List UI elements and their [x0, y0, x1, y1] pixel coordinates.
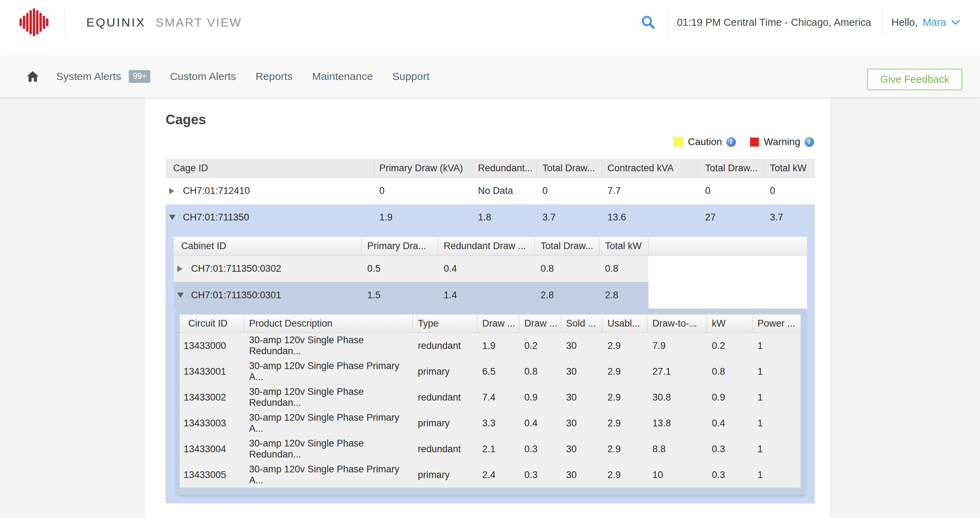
circuit-cell: 3.3: [477, 410, 519, 436]
nav-item-support[interactable]: Support: [392, 70, 430, 83]
nav-item-custom-alerts[interactable]: Custom Alerts: [170, 70, 236, 83]
column-header[interactable]: Usabl...: [603, 314, 648, 333]
circuit-cell: 0.9: [519, 385, 561, 410]
circuit-cell: 30: [561, 436, 603, 462]
cabinet-value-cell: 2.8: [535, 282, 599, 309]
column-header[interactable]: Circuit ID: [180, 314, 244, 333]
column-header[interactable]: Total Draw...: [537, 159, 602, 177]
search-icon[interactable]: [641, 15, 655, 29]
product-name: SMART VIEW: [156, 16, 242, 29]
cabinet-value-cell: 1.4: [438, 282, 535, 309]
circuit-cell: 30-amp 120v Single Phase Redundan...: [244, 436, 413, 462]
circuit-cell: 13433005: [180, 462, 244, 488]
page-title: Cages: [165, 112, 830, 128]
cage-id-cell: CH7:01:711350: [165, 204, 374, 230]
column-header[interactable]: Total Draw...: [535, 237, 599, 255]
circuit-cell: primary: [413, 410, 477, 436]
cabinet-value-cell: 0.8: [599, 255, 649, 282]
cabinet-row[interactable]: CH7:01:711350:0302 0.5 0.4 0.8 0.8: [174, 255, 649, 282]
top-header: EQUINIX SMART VIEW 01:19 PM Central Time…: [0, 0, 980, 56]
info-icon[interactable]: i: [726, 137, 736, 147]
cage-value-cell: 3.7: [764, 204, 815, 230]
circuit-row[interactable]: 13433001 30-amp 120v Single Phase Primar…: [180, 359, 801, 385]
circuit-cell: 30-amp 120v Single Phase Primary A...: [244, 359, 413, 384]
column-header[interactable]: Sold ...: [561, 314, 603, 333]
caret-right-icon[interactable]: [177, 266, 183, 272]
column-header-empty: [649, 237, 807, 255]
column-header[interactable]: Total kW: [599, 237, 649, 255]
column-header[interactable]: kW: [707, 314, 752, 333]
circuit-row[interactable]: 13433000 30-amp 120v Single Phase Redund…: [180, 333, 801, 359]
user-menu[interactable]: Mara: [923, 17, 946, 28]
column-header[interactable]: Power ...: [752, 314, 801, 333]
column-header[interactable]: Redundant...: [473, 159, 537, 177]
circuit-row[interactable]: 13433004 30-amp 120v Single Phase Redund…: [180, 436, 801, 462]
column-header[interactable]: Draw ...: [477, 314, 519, 333]
circuit-cell: 2.9: [603, 359, 648, 384]
circuit-cell: 0.3: [707, 436, 752, 462]
home-icon[interactable]: [27, 71, 38, 82]
column-header[interactable]: Total Draw...: [700, 159, 764, 177]
column-header[interactable]: Draw-to-...: [648, 314, 707, 333]
circuit-cell: 13433003: [180, 410, 244, 436]
column-header[interactable]: Cabinet ID: [174, 237, 361, 255]
circuit-cell: 10: [648, 462, 707, 488]
warning-label: Warning: [764, 136, 800, 148]
column-header[interactable]: Draw ...: [519, 314, 561, 333]
caret-down-icon[interactable]: [177, 293, 184, 298]
cage-row[interactable]: CH7:01:712410 0 No Data 0 7.7 0 0: [165, 178, 815, 204]
caret-down-icon[interactable]: [169, 215, 175, 220]
cabinet-table: Cabinet ID Primary Dra... Redundant Draw…: [174, 236, 807, 309]
give-feedback-button[interactable]: Give Feedback: [867, 69, 963, 90]
circuit-cell: 7.9: [648, 333, 707, 359]
cage-value-cell: 27: [700, 204, 764, 230]
expanded-cage-section: CH7:01:711350 1.9 1.8 3.7 13.6 27 3.7 Ca…: [165, 204, 815, 504]
caret-right-icon[interactable]: [169, 188, 174, 194]
cabinet-value-cell: 0.5: [361, 255, 438, 282]
nav-item-reports[interactable]: Reports: [255, 70, 293, 83]
circuit-cell: 8.8: [648, 436, 707, 462]
cabinet-rows: CH7:01:711350:0302 0.5 0.4 0.8 0.8: [174, 255, 807, 309]
main-nav: System Alerts 99+ Custom Alerts Reports …: [0, 56, 980, 98]
cage-value-cell: 0: [537, 178, 602, 204]
circuit-section: Circuit ID Product Description Type Draw…: [177, 309, 806, 495]
cabinet-id-cell: CH7:01:711350:0302: [174, 255, 361, 282]
circuit-cell: 13433002: [180, 385, 244, 410]
equinix-logo-icon[interactable]: [19, 8, 49, 37]
circuit-cell: 2.1: [477, 436, 519, 462]
circuit-row[interactable]: 13433005 30-amp 120v Single Phase Primar…: [180, 462, 801, 488]
cabinet-row-expanded[interactable]: CH7:01:711350:0301 1.5 1.4 2.8 2.8: [174, 282, 649, 309]
column-header[interactable]: Cage ID: [165, 159, 374, 177]
cage-value-cell: 1.8: [473, 204, 537, 230]
circuit-table: Circuit ID Product Description Type Draw…: [180, 314, 801, 488]
nav-item-system-alerts[interactable]: System Alerts 99+: [56, 70, 150, 83]
circuit-cell: 0.3: [707, 462, 752, 488]
column-header[interactable]: Total kW: [764, 159, 815, 177]
nav-label: System Alerts: [56, 70, 121, 83]
chevron-down-icon[interactable]: [951, 19, 960, 26]
column-header[interactable]: Primary Dra...: [361, 237, 438, 255]
column-header[interactable]: Product Description: [244, 314, 413, 333]
nav-item-maintenance[interactable]: Maintenance: [312, 70, 373, 83]
info-icon[interactable]: i: [805, 137, 814, 147]
circuit-cell: 6.5: [477, 359, 519, 384]
column-header[interactable]: Primary Draw (kVA): [374, 159, 473, 177]
cages-panel: Cages Caution i Warning i Cage ID Primar…: [144, 98, 831, 518]
circuit-cell: 13.8: [648, 410, 707, 436]
warning-swatch: [749, 137, 760, 147]
circuit-cell: 13433004: [180, 436, 244, 462]
circuit-cell: primary: [413, 359, 477, 384]
header-divider: [65, 9, 65, 35]
column-header[interactable]: Contracted kVA: [602, 159, 700, 177]
page-root: EQUINIX SMART VIEW 01:19 PM Central Time…: [0, 0, 980, 518]
cage-row-expanded[interactable]: CH7:01:711350 1.9 1.8 3.7 13.6 27 3.7: [165, 204, 815, 230]
caution-label: Caution: [688, 136, 722, 148]
column-header[interactable]: Type: [413, 314, 477, 333]
circuit-cell: 0.3: [519, 436, 561, 462]
circuit-row[interactable]: 13433003 30-amp 120v Single Phase Primar…: [180, 410, 801, 436]
circuit-row[interactable]: 13433002 30-amp 120v Single Phase Redund…: [180, 385, 801, 410]
legend: Caution i Warning i: [145, 137, 814, 147]
column-header[interactable]: Redundant Draw ...: [438, 237, 535, 255]
circuit-cell: 0.3: [519, 462, 561, 488]
circuit-cell: 30-amp 120v Single Phase Redundan...: [244, 385, 413, 410]
